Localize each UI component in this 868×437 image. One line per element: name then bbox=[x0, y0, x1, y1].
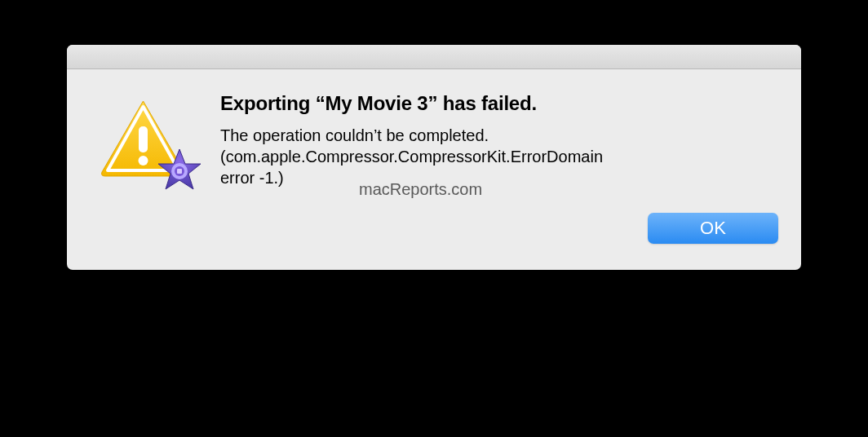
watermark-text: macReports.com bbox=[359, 180, 482, 199]
dialog-message-line1: The operation couldn’t be completed. bbox=[220, 126, 489, 144]
dialog-button-row: OK bbox=[67, 205, 801, 270]
svg-rect-4 bbox=[177, 169, 182, 174]
svg-rect-0 bbox=[139, 126, 148, 152]
dialog-message-line3: error -1.) bbox=[220, 169, 284, 187]
ok-button[interactable]: OK bbox=[648, 213, 778, 244]
dialog-titlebar[interactable] bbox=[67, 45, 801, 69]
imovie-icon bbox=[156, 148, 203, 195]
dialog-title: Exporting “My Movie 3” has failed. bbox=[220, 92, 778, 115]
dialog-message: The operation couldn’t be completed. (co… bbox=[220, 125, 778, 188]
error-dialog: Exporting “My Movie 3” has failed. The o… bbox=[67, 45, 801, 270]
dialog-icon-area bbox=[96, 92, 210, 188]
svg-point-1 bbox=[139, 156, 148, 166]
dialog-content: Exporting “My Movie 3” has failed. The o… bbox=[67, 69, 801, 205]
dialog-text: Exporting “My Movie 3” has failed. The o… bbox=[210, 92, 778, 188]
dialog-message-line2: (com.apple.Compressor.CompressorKit.Erro… bbox=[220, 148, 603, 166]
warning-icon bbox=[96, 97, 190, 179]
